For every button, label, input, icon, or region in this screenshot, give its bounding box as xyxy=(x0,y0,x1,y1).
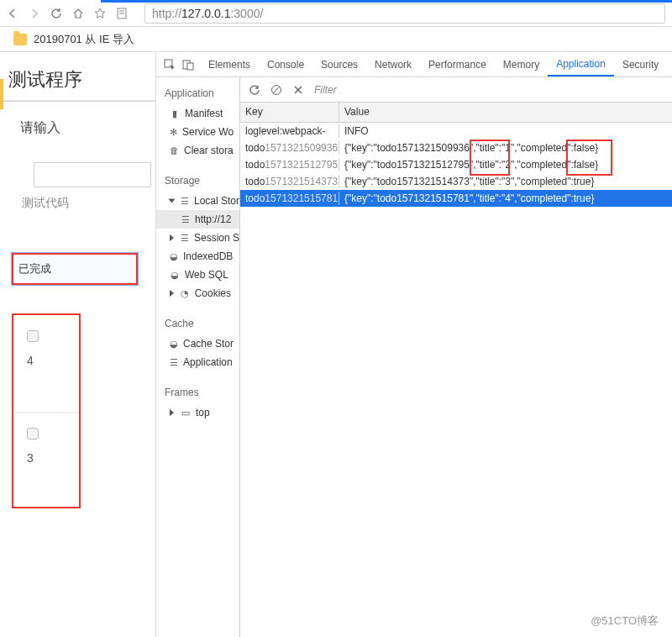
devtools-panel: Elements Console Sources Network Perform… xyxy=(156,52,672,637)
forward-icon[interactable] xyxy=(29,8,40,19)
sidebar-head-storage: Storage xyxy=(156,170,239,192)
folder-icon xyxy=(13,34,27,45)
list-item: 3 xyxy=(13,413,79,510)
bookmark-item[interactable]: 20190701 从 IE 导入 xyxy=(34,32,134,47)
svg-rect-5 xyxy=(187,63,193,70)
storage-main-panel: Key Value loglevel:webpack- INFO todo157… xyxy=(240,77,672,637)
delete-icon[interactable] xyxy=(292,84,304,96)
completed-list: 4 3 xyxy=(12,313,81,508)
completed-section-header[interactable]: 已完成 xyxy=(12,253,138,285)
database-icon: ◒ xyxy=(170,270,180,280)
storage-toolbar xyxy=(240,77,672,103)
sidebar-item-service-workers[interactable]: ✻Service Wo xyxy=(156,123,239,141)
page-viewport: 测试程序 请输入 测试代码 已完成 4 3 xyxy=(0,52,156,637)
tab-application[interactable]: Application xyxy=(548,52,614,76)
sidebar-item-frame-top[interactable]: ▭top xyxy=(156,403,239,422)
storage-icon: ☰ xyxy=(181,214,190,224)
clear-icon[interactable] xyxy=(270,84,282,96)
page-title: 测试程序 xyxy=(0,52,155,99)
url-host: 127.0.0.1 xyxy=(181,7,230,20)
chevron-down-icon xyxy=(169,199,176,203)
storage-icon: ☰ xyxy=(181,233,189,243)
sidebar-head-application: Application xyxy=(156,82,239,104)
table-row[interactable]: todo1571321515781 {"key":"todo1571321515… xyxy=(240,190,672,207)
sidebar-item-local-storage[interactable]: ☰Local Stora xyxy=(156,192,239,210)
table-row[interactable]: todo1571321512795 {"key":"todo1571321512… xyxy=(240,156,672,173)
checkbox[interactable] xyxy=(27,330,39,342)
table-row[interactable]: loglevel:webpack- INFO xyxy=(240,123,672,140)
sidebar-head-frames: Frames xyxy=(156,382,239,403)
tab-elements[interactable]: Elements xyxy=(200,52,259,76)
table-row[interactable]: todo1571321509936 {"key":"todo1571321509… xyxy=(240,140,672,156)
highlight-stripe xyxy=(0,79,3,109)
completed-label: 已完成 xyxy=(18,261,51,276)
devtools-sidebar: Application ▮Manifest ✻Service Wo 🗑Clear… xyxy=(156,77,240,637)
tab-memory[interactable]: Memory xyxy=(495,52,548,76)
input-label: 请输入 xyxy=(0,101,155,145)
tab-sources[interactable]: Sources xyxy=(312,52,366,76)
code-label: 测试代码 xyxy=(0,187,155,211)
database-icon: ◒ xyxy=(170,251,178,261)
list-item: 4 xyxy=(13,315,79,413)
tab-performance[interactable]: Performance xyxy=(420,52,495,76)
url-port: :3000/ xyxy=(230,7,263,20)
filter-input[interactable] xyxy=(314,82,664,98)
sidebar-item-cookies[interactable]: ◔Cookies xyxy=(156,284,239,303)
tab-network[interactable]: Network xyxy=(366,52,420,76)
tab-security[interactable]: Security xyxy=(614,52,667,76)
bookmark-bar: 20190701 从 IE 导入 xyxy=(0,27,672,52)
list-item-label: 4 xyxy=(27,354,34,367)
col-header-key[interactable]: Key xyxy=(240,103,339,122)
chevron-right-icon xyxy=(170,290,174,297)
devtools-tab-strip: Elements Console Sources Network Perform… xyxy=(156,52,672,77)
refresh-icon[interactable] xyxy=(249,84,260,96)
sidebar-item-clear-storage[interactable]: 🗑Clear stora xyxy=(156,141,239,160)
star-icon[interactable] xyxy=(94,8,106,19)
gear-icon: ✻ xyxy=(170,127,177,137)
watermark: @51CTO博客 xyxy=(591,613,659,629)
sidebar-item-application-cache[interactable]: ☰Application xyxy=(156,353,239,371)
storage-icon: ☰ xyxy=(170,357,178,367)
storage-table: Key Value loglevel:webpack- INFO todo157… xyxy=(240,103,672,637)
file-icon: ▮ xyxy=(170,108,180,118)
sidebar-head-cache: Cache xyxy=(156,313,239,334)
home-icon[interactable] xyxy=(72,8,84,19)
sidebar-item-websql[interactable]: ◒Web SQL xyxy=(156,266,239,284)
trash-icon: 🗑 xyxy=(170,145,179,155)
database-icon: ◒ xyxy=(170,339,178,349)
list-item-label: 3 xyxy=(27,451,34,465)
storage-icon: ☰ xyxy=(181,196,189,206)
address-bar[interactable]: http://127.0.0.1:3000/ xyxy=(144,3,665,24)
device-toggle-icon[interactable] xyxy=(181,58,195,71)
note-icon[interactable] xyxy=(116,8,128,19)
svg-line-7 xyxy=(273,87,280,93)
back-icon[interactable] xyxy=(7,8,18,19)
checkbox[interactable] xyxy=(27,428,39,440)
todo-input[interactable] xyxy=(34,162,151,187)
table-row[interactable]: todo1571321514373 {"key":"todo1571321514… xyxy=(240,173,672,190)
table-header: Key Value xyxy=(240,103,672,123)
cookie-icon: ◔ xyxy=(181,288,190,298)
window-icon: ▭ xyxy=(181,408,191,418)
tab-console[interactable]: Console xyxy=(259,52,312,76)
sidebar-item-manifest[interactable]: ▮Manifest xyxy=(156,104,239,123)
chevron-right-icon xyxy=(170,409,174,416)
sidebar-item-cache-storage[interactable]: ◒Cache Stor xyxy=(156,334,239,353)
url-scheme: http:// xyxy=(152,7,181,20)
col-header-value[interactable]: Value xyxy=(339,103,672,122)
sidebar-item-origin[interactable]: ☰http://12 xyxy=(156,210,239,229)
browser-toolbar: http://127.0.0.1:3000/ xyxy=(0,0,672,27)
sidebar-item-session-storage[interactable]: ☰Session Sto xyxy=(156,229,239,247)
chevron-right-icon xyxy=(170,234,174,241)
page-loading-bar xyxy=(101,0,672,3)
refresh-icon[interactable] xyxy=(50,8,62,19)
inspect-icon[interactable] xyxy=(163,58,176,71)
sidebar-item-indexeddb[interactable]: ◒IndexedDB xyxy=(156,247,239,266)
